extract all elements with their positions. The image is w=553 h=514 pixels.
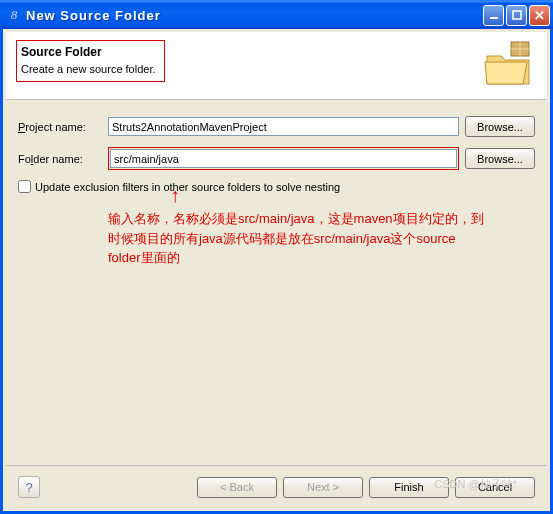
annotation-text: ↑ 输入名称，名称必须是src/main/java，这是maven项目约定的，到…	[108, 209, 488, 268]
app-icon: 8	[6, 7, 22, 23]
window-title: New Source Folder	[26, 8, 483, 23]
project-name-input[interactable]	[108, 117, 459, 136]
cancel-button[interactable]: Cancel	[455, 477, 535, 498]
dialog-subtitle: Create a new source folder.	[21, 63, 156, 75]
minimize-button[interactable]	[483, 5, 504, 26]
finish-button[interactable]: Finish	[369, 477, 449, 498]
folder-name-label: Folder name:	[18, 153, 102, 165]
window-controls: ✕	[483, 5, 550, 26]
next-button: Next >	[283, 477, 363, 498]
update-exclusion-row: Update exclusion filters in other source…	[18, 180, 535, 193]
folder-wizard-icon	[483, 40, 535, 88]
maximize-button[interactable]	[506, 5, 527, 26]
browse-project-button[interactable]: BBrowse...rowse...	[465, 116, 535, 137]
svg-rect-0	[490, 17, 498, 19]
dialog-title: Source Folder	[21, 45, 156, 59]
svg-rect-1	[513, 11, 521, 19]
folder-name-input[interactable]	[110, 149, 457, 168]
dialog-footer: ? < Back Next > Finish Cancel CSDN @柚子味*	[6, 465, 547, 508]
window-body: Source Folder Create a new source folder…	[0, 29, 553, 514]
update-exclusion-label: Update exclusion filters in other source…	[35, 181, 340, 193]
folder-input-highlight	[108, 147, 459, 170]
header-highlight-box: Source Folder Create a new source folder…	[16, 40, 165, 82]
annotation-arrow-icon: ↑	[170, 185, 180, 205]
close-button[interactable]: ✕	[529, 5, 550, 26]
folder-name-row: Folder name: Browse...	[18, 147, 535, 170]
help-button[interactable]: ?	[18, 476, 40, 498]
form-area: Project name: BBrowse...rowse... Folder …	[6, 100, 547, 276]
browse-folder-button[interactable]: Browse...	[465, 148, 535, 169]
update-exclusion-checkbox[interactable]	[18, 180, 31, 193]
back-button: < Back	[197, 477, 277, 498]
titlebar: 8 New Source Folder ✕	[0, 0, 553, 29]
dialog-header: Source Folder Create a new source folder…	[6, 32, 547, 100]
project-name-row: Project name: BBrowse...rowse...	[18, 116, 535, 137]
project-name-label: Project name:	[18, 121, 102, 133]
